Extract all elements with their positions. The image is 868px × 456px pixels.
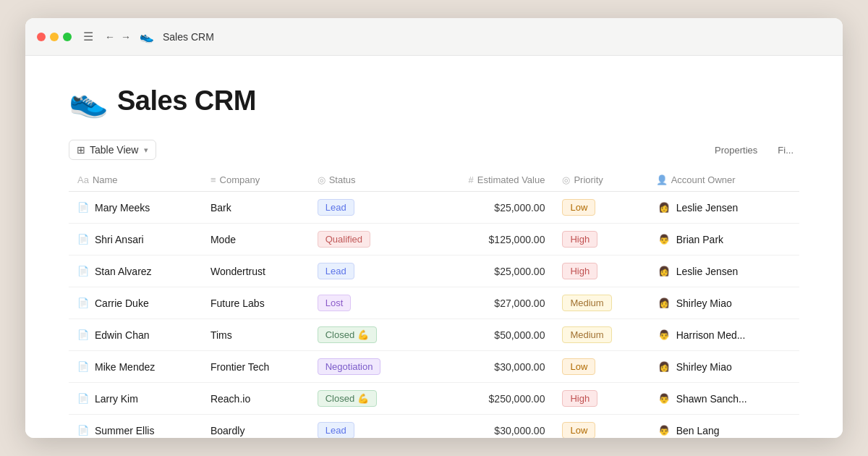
filter-button[interactable]: Fi...	[772, 142, 799, 159]
minimize-button[interactable]	[50, 33, 59, 41]
row-doc-icon: 📄	[77, 202, 89, 213]
view-selector-label: Table View	[90, 144, 138, 156]
cell-name: 📄 Carrie Duke	[69, 287, 202, 319]
chevron-down-icon: ▾	[144, 145, 148, 155]
page-header: 👟 Sales CRM	[69, 56, 799, 134]
status-badge[interactable]: Lead	[318, 199, 354, 216]
status-col-icon: ◎	[318, 174, 326, 185]
contact-name: Shri Ansari	[95, 234, 144, 245]
cell-company: Tims	[202, 319, 309, 351]
contact-name: Stan Alvarez	[95, 266, 152, 277]
table-row[interactable]: 📄 Edwin Chan Tims Closed 💪 $50,000.00 Me…	[69, 319, 799, 351]
view-selector[interactable]: ⊞ Table View ▾	[69, 140, 156, 160]
cell-status: Lead	[309, 256, 422, 287]
owner-name: Shawn Sanch...	[676, 393, 747, 405]
row-doc-icon: 📄	[77, 234, 89, 245]
cell-priority: Low	[553, 192, 647, 224]
cell-owner: 👨 Shawn Sanch...	[647, 383, 799, 415]
status-badge[interactable]: Qualified	[318, 231, 370, 248]
table-row[interactable]: 📄 Summer Ellis Boardly Lead $30,000.00 L…	[69, 415, 799, 439]
table-row[interactable]: 📄 Stan Alvarez Wondertrust Lead $25,000.…	[69, 256, 799, 287]
priority-badge[interactable]: High	[562, 390, 597, 407]
cell-company: Mode	[202, 224, 309, 256]
col-header-value: #Estimated Value	[422, 169, 553, 192]
col-header-name: AaName	[69, 169, 202, 192]
titlebar: ☰ ← → 👟 Sales CRM	[25, 18, 843, 56]
value-col-icon: #	[468, 174, 473, 185]
avatar: 👨	[656, 327, 672, 343]
cell-value: $25,000.00	[422, 192, 553, 224]
table-row[interactable]: 📄 Larry Kim Reach.io Closed 💪 $250,000.0…	[69, 383, 799, 415]
contact-name: Mary Meeks	[95, 202, 150, 214]
cell-name: 📄 Edwin Chan	[69, 319, 202, 351]
cell-value: $25,000.00	[422, 256, 553, 287]
toolbar: ⊞ Table View ▾ Properties Fi...	[69, 134, 799, 169]
properties-button[interactable]: Properties	[709, 142, 763, 159]
cell-owner: 👨 Harrison Med...	[647, 319, 799, 351]
col-header-priority: ◎Priority	[553, 169, 647, 192]
avatar: 👩	[656, 200, 672, 216]
cell-priority: Medium	[553, 319, 647, 351]
avatar: 👩	[656, 295, 672, 311]
row-doc-icon: 📄	[77, 361, 89, 372]
avatar: 👩	[656, 359, 672, 375]
menu-icon[interactable]: ☰	[83, 30, 93, 43]
cell-owner: 👩 Leslie Jensen	[647, 192, 799, 224]
cell-status: Closed 💪	[309, 319, 422, 351]
traffic-lights	[37, 33, 72, 41]
forward-arrow[interactable]: →	[121, 31, 131, 43]
status-badge[interactable]: Lead	[318, 263, 354, 279]
cell-priority: Medium	[553, 287, 647, 319]
avatar: 👩	[656, 263, 672, 279]
titlebar-title: Sales CRM	[163, 31, 214, 43]
contact-name: Mike Mendez	[95, 361, 155, 373]
name-col-icon: Aa	[77, 174, 89, 185]
priority-badge[interactable]: High	[562, 263, 597, 279]
priority-badge[interactable]: High	[562, 231, 597, 248]
status-badge[interactable]: Lost	[318, 295, 352, 311]
cell-value: $30,000.00	[422, 415, 553, 439]
priority-badge[interactable]: Low	[562, 358, 595, 375]
status-badge[interactable]: Negotiation	[318, 358, 381, 375]
avatar: 👨	[656, 232, 672, 248]
owner-name: Harrison Med...	[676, 329, 746, 341]
row-doc-icon: 📄	[77, 297, 89, 308]
status-badge[interactable]: Closed 💪	[318, 390, 377, 407]
cell-name: 📄 Summer Ellis	[69, 415, 202, 439]
priority-badge[interactable]: Medium	[562, 295, 611, 311]
cell-priority: Low	[553, 351, 647, 383]
priority-badge[interactable]: Low	[562, 199, 595, 216]
contact-name: Carrie Duke	[95, 297, 149, 309]
maximize-button[interactable]	[63, 33, 72, 41]
avatar: 👨	[656, 391, 672, 407]
priority-badge[interactable]: Low	[562, 422, 595, 438]
cell-company: Boardly	[202, 415, 309, 439]
status-badge[interactable]: Closed 💪	[318, 326, 377, 343]
owner-name: Leslie Jensen	[676, 202, 739, 214]
cell-priority: Low	[553, 415, 647, 439]
status-badge[interactable]: Lead	[318, 422, 354, 438]
cell-status: Lead	[309, 415, 422, 439]
contact-name: Edwin Chan	[95, 329, 150, 341]
priority-badge[interactable]: Medium	[562, 326, 611, 343]
table-row[interactable]: 📄 Shri Ansari Mode Qualified $125,000.00…	[69, 224, 799, 256]
back-arrow[interactable]: ←	[105, 31, 115, 43]
table-row[interactable]: 📄 Mary Meeks Bark Lead $25,000.00 Low 👩 …	[69, 192, 799, 224]
table-header-row: AaName ≡Company ◎Status #Estimated Value…	[69, 169, 799, 192]
toolbar-right: Properties Fi...	[709, 142, 799, 159]
table-row[interactable]: 📄 Mike Mendez Frontier Tech Negotiation …	[69, 351, 799, 383]
cell-name: 📄 Stan Alvarez	[69, 256, 202, 287]
cell-owner: 👨 Ben Lang	[647, 415, 799, 439]
avatar: 👨	[656, 423, 672, 439]
close-button[interactable]	[37, 33, 46, 41]
cell-value: $30,000.00	[422, 351, 553, 383]
page-title: Sales CRM	[117, 85, 256, 117]
owner-name: Leslie Jensen	[676, 266, 739, 277]
page-emoji: 👟	[69, 82, 109, 119]
cell-status: Lost	[309, 287, 422, 319]
crm-table: AaName ≡Company ◎Status #Estimated Value…	[69, 169, 799, 438]
table-row[interactable]: 📄 Carrie Duke Future Labs Lost $27,000.0…	[69, 287, 799, 319]
cell-priority: High	[553, 256, 647, 287]
col-header-owner: 👤Account Owner	[647, 169, 799, 192]
row-doc-icon: 📄	[77, 266, 89, 276]
